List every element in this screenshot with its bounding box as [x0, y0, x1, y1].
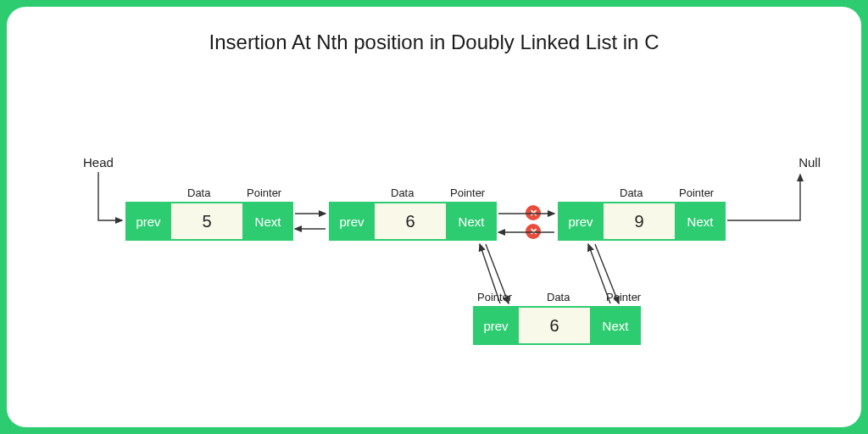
node-1-next: Next: [244, 203, 292, 239]
node-3-next: Next: [676, 203, 724, 239]
node-3-prev: prev: [559, 203, 604, 239]
null-label: Null: [798, 155, 821, 170]
cross-icon: ✕: [526, 224, 541, 239]
node-2-data: 6: [375, 203, 448, 239]
node-1-prev: prev: [127, 203, 171, 239]
pointer-label-1: Pointer: [247, 186, 281, 199]
head-label: Head: [83, 155, 114, 170]
node-1: prev 5 Next: [125, 202, 293, 241]
node-2-prev: prev: [331, 203, 375, 239]
node-3: prev 9 Next: [558, 202, 726, 241]
node-2: prev 6 Next: [329, 202, 497, 241]
new-data-label: Data: [547, 291, 570, 303]
cross-icon: ✕: [526, 205, 541, 220]
new-pointer-label-left: Pointer: [477, 291, 512, 303]
new-node: prev 6 Next: [473, 306, 641, 345]
diagram-canvas: Head Null Data Pointer prev 5 Next Data …: [7, 7, 861, 427]
data-label-2: Data: [391, 186, 414, 199]
data-label-3: Data: [620, 186, 643, 199]
pointer-label-2: Pointer: [450, 186, 485, 199]
new-node-data: 6: [519, 308, 592, 343]
data-label-1: Data: [187, 186, 210, 199]
pointer-label-3: Pointer: [679, 186, 714, 199]
diagram-card: Insertion At Nth position in Doubly Link…: [7, 7, 861, 427]
new-node-prev: prev: [475, 308, 519, 343]
node-1-data: 5: [171, 203, 244, 239]
node-3-data: 9: [604, 203, 676, 239]
new-node-next: Next: [592, 308, 639, 343]
new-pointer-label-right: Pointer: [606, 291, 641, 303]
node-2-next: Next: [448, 203, 495, 239]
